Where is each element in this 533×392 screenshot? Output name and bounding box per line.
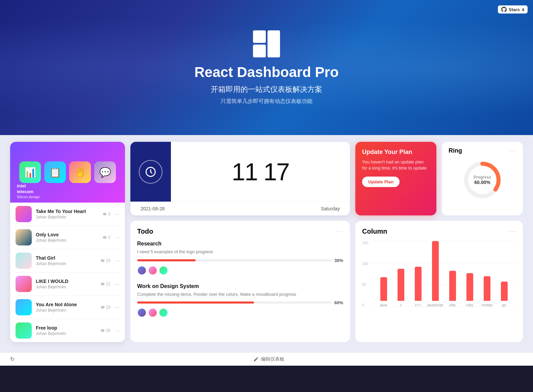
avatar-2	[148, 308, 157, 317]
chart-bar-label: java	[380, 303, 387, 307]
logo-cell-1	[253, 30, 266, 43]
y-label: 50	[362, 282, 372, 286]
chart-bar-wrap: ruby	[461, 273, 478, 307]
y-label: 100	[362, 262, 372, 266]
music-info: Take Me To Your Heart Johan Bejerholm	[36, 209, 99, 219]
music-list-item[interactable]: That Girl Johan Bejerholm 23 ···	[16, 249, 120, 272]
dashboard-grid: 📊 📋 🤚 💬 intel telecom Silicon design Tak…	[10, 142, 523, 342]
eye-icon	[101, 329, 105, 333]
music-item-more[interactable]: ···	[115, 304, 120, 311]
eye-icon	[103, 235, 107, 239]
music-list-item[interactable]: Only Love Johan Bejerholm 2 ···	[16, 226, 120, 249]
music-title: Take Me To Your Heart	[36, 209, 99, 214]
stars-label: Stars	[509, 7, 520, 12]
chart-bar-wrap: php	[444, 271, 461, 307]
banner-icons: 📊 📋 🤚 💬	[16, 158, 119, 186]
refresh-icon[interactable]: ↻	[10, 356, 15, 362]
banner-icon-hand: 🤚	[69, 161, 91, 183]
chart-bar-wrap: javascript	[427, 241, 444, 307]
music-meta: 3	[103, 212, 110, 216]
ring-label: Progress 60.00%	[462, 160, 503, 200]
chart-bar	[398, 269, 404, 301]
bottom-bar: ↻ 编辑仪表板	[0, 352, 533, 366]
avatar-1	[137, 266, 147, 275]
clock-bottom: 2021-08-28 Saturday	[130, 202, 350, 215]
music-thumb	[16, 229, 32, 245]
chart-bar-label: go	[502, 303, 506, 307]
music-item-more[interactable]: ···	[115, 234, 120, 241]
chart-bar	[415, 267, 422, 301]
eye-icon	[101, 305, 105, 309]
banner-icon-chat: 💬	[94, 161, 116, 183]
edit-label[interactable]: 编辑仪表板	[261, 356, 284, 362]
chart-bar-wrap: go	[496, 282, 513, 307]
banner-brand: intel telecom Silicon design	[17, 183, 40, 199]
todo-more-button[interactable]: ···	[336, 228, 343, 235]
eye-icon	[101, 259, 105, 263]
music-info: Free loop Johan Bejerholm	[36, 325, 97, 336]
github-badge[interactable]: Stars 4	[498, 5, 528, 14]
column-card: Column ··· 150100500javacc++javascriptph…	[355, 221, 523, 342]
music-list-item[interactable]: Free loop Johan Bejerholm 36 ···	[16, 319, 120, 342]
column-title: Column	[362, 228, 387, 235]
logo-cell-3	[253, 45, 266, 57]
music-info: Only Love Johan Bejerholm	[36, 232, 99, 243]
update-plan-button[interactable]: Update Plan	[362, 177, 400, 187]
todo-item-desc: I need 5 examples of the logo progress	[137, 249, 343, 255]
music-title: That Girl	[36, 255, 97, 261]
column-more-button[interactable]: ···	[509, 228, 516, 235]
todo-item-title: Work on Design System	[137, 283, 343, 289]
chart-bar	[501, 282, 508, 301]
todo-title: Todo	[137, 228, 153, 235]
eye-icon	[101, 282, 105, 286]
music-item-more[interactable]: ···	[115, 281, 120, 288]
clock-top: 11 17	[130, 142, 350, 202]
music-thumb	[16, 322, 32, 339]
music-meta: 36	[101, 328, 110, 333]
update-plan-card: Update Your Plan You haven't had an upda…	[355, 142, 436, 215]
music-meta: 23	[101, 258, 110, 263]
chart-bars: javacc++javascriptphprubynodejsgo	[372, 241, 516, 307]
todo-card: Todo ··· Research I need 5 examples of t…	[130, 221, 350, 342]
music-item-more[interactable]: ···	[115, 257, 120, 264]
music-thumb	[16, 206, 32, 222]
music-list-item[interactable]: LIKE I WOULD Johan Bejerholm 12 ···	[16, 272, 120, 296]
avatar-2	[148, 266, 157, 275]
chart-bar-label: nodejs	[481, 303, 492, 307]
music-author: Johan Bejerholm	[36, 308, 97, 313]
clock-time-area: 11 17	[171, 142, 350, 202]
music-item-more[interactable]: ···	[115, 211, 120, 218]
ring-svg: Progress 60.00%	[462, 160, 503, 200]
music-author: Johan Bejerholm	[36, 285, 97, 289]
ring-progress-value: 60.00%	[474, 180, 490, 185]
progress-bar-bg	[137, 302, 332, 304]
hero-desc: 只需简单几步即可拥有动态仪表板功能	[221, 98, 312, 105]
chart-bar-label: ruby	[466, 303, 473, 307]
progress-row: 60%	[137, 300, 343, 305]
music-list-item[interactable]: You Are Not Alone Johan Bejerholm 23 ···	[16, 296, 120, 319]
eye-icon	[103, 212, 107, 216]
ring-progress-label: Progress	[474, 175, 491, 180]
chart-bar-wrap: c++	[409, 267, 427, 307]
update-plan-desc: You haven't had an update plan for a lon…	[362, 159, 430, 171]
music-thumb	[16, 276, 32, 292]
stars-count: 4	[522, 7, 524, 12]
progress-bar-fill	[137, 259, 196, 261]
y-label: 150	[362, 241, 372, 245]
music-list-item[interactable]: Take Me To Your Heart Johan Bejerholm 3 …	[16, 203, 120, 226]
music-card: 📊 📋 🤚 💬 intel telecom Silicon design Tak…	[10, 142, 125, 342]
hero-subtitle: 开箱即用的一站式仪表板解决方案	[211, 84, 322, 95]
ring-more-button[interactable]: ···	[509, 147, 516, 154]
chart-bar	[449, 271, 456, 301]
y-label: 0	[362, 303, 372, 307]
progress-label: 30%	[334, 258, 343, 263]
hero-logo	[253, 30, 280, 57]
update-plan-title: Update Your Plan	[362, 149, 430, 156]
logo-cell-2	[268, 30, 280, 57]
todo-items: Research I need 5 examples of the logo p…	[137, 241, 343, 317]
chart-bar-wrap: java	[375, 277, 392, 307]
music-item-more[interactable]: ···	[115, 327, 120, 334]
music-banner: 📊 📋 🤚 💬 intel telecom Silicon design	[10, 142, 125, 203]
music-title: Only Love	[36, 232, 99, 237]
music-author: Johan Bejerholm	[36, 331, 97, 336]
